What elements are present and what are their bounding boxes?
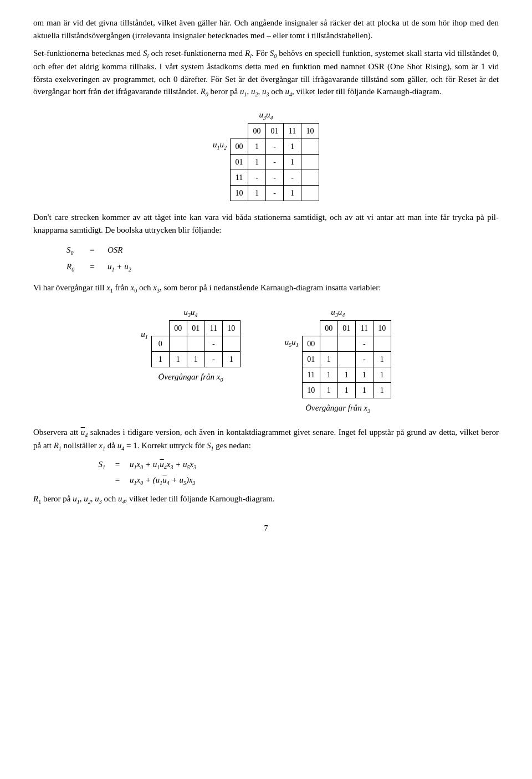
karnaugh3-col-11: 11 xyxy=(355,321,373,336)
paragraph6: R1 beror på u1, u2, u3 och u4, vilket le… xyxy=(33,493,499,506)
karnaugh1-table: 00 01 11 10 00 1 - 1 01 1 xyxy=(230,123,319,201)
karnaugh1-row-11: 11 xyxy=(231,170,248,186)
karnaugh2-col-11: 11 xyxy=(204,321,222,336)
karnaugh1-cell-01-01: - xyxy=(266,155,284,170)
karnaugh3-col-01: 01 xyxy=(337,321,355,336)
p2-b: och reset-funktionerna med xyxy=(149,49,245,58)
paragraph4: Vi har övergångar till x1 från x0 och x3… xyxy=(33,281,499,295)
karnaugh3-cell-01-10: 1 xyxy=(373,352,391,367)
karnaugh2-inner: u1 00 01 11 10 0 - xyxy=(141,320,241,367)
formula-row-2: = u1x0 + (u1u4 + u5)x3 xyxy=(78,474,499,487)
boolean-equations: S0 = OSR R0 = u1 + u2 xyxy=(66,244,499,274)
page-number: 7 xyxy=(33,522,499,534)
karnaugh1-col-00: 00 xyxy=(248,124,266,139)
karnaugh-block-1: u3u4 u1u2 00 01 11 10 00 1 - 1 xyxy=(213,109,319,201)
karnaugh1-top-label: u3u4 xyxy=(259,109,273,122)
formula1-eq: = xyxy=(112,458,123,471)
paragraph3: Don't care strecken kommer av att tåget … xyxy=(33,211,499,236)
karnaugh3-cell-10-11: 1 xyxy=(355,383,373,398)
karnaugh1-cell-00-01: - xyxy=(266,139,284,155)
karnaugh1-cell-01-11: 1 xyxy=(284,155,301,170)
karnaugh3-cell-01-11: - xyxy=(355,352,373,367)
bool-eq-1: S0 = OSR xyxy=(66,244,499,257)
karnaugh3-cell-10-01: 1 xyxy=(337,383,355,398)
karnaugh1-cell-10-11: 1 xyxy=(284,186,301,201)
karnaugh3-cell-00-01 xyxy=(337,336,355,352)
karnaugh3-cell-00-11: - xyxy=(355,336,373,352)
karnaugh2-col-10: 10 xyxy=(222,321,240,336)
karnaugh2-cell-1-10: 1 xyxy=(222,352,240,367)
karnaugh2-col-00: 00 xyxy=(169,321,187,336)
karnaugh1-inner: u1u2 00 01 11 10 00 1 - 1 xyxy=(213,123,319,201)
karnaugh2-table: 00 01 11 10 0 - 1 1 1 xyxy=(151,320,241,367)
karnaugh-diagram-1: u3u4 u1u2 00 01 11 10 00 1 - 1 xyxy=(33,109,499,201)
karnaugh2-cell-1-11: - xyxy=(204,352,222,367)
karnaugh1-cell-00-00: 1 xyxy=(248,139,266,155)
karnaugh3-cell-11-11: 1 xyxy=(355,367,373,383)
karnaugh1-row-01: 01 xyxy=(231,155,248,170)
bool-eq2-rhs: u1 + u2 xyxy=(108,260,131,274)
bool-eq1-eq: = xyxy=(90,244,101,257)
karnaugh3-table: 00 01 11 10 00 - 01 1 xyxy=(302,320,391,398)
formula1-rhs: u1x0 + u1u4x3 + u5x3 xyxy=(130,458,196,472)
karnaugh1-col-10: 10 xyxy=(301,124,319,139)
karnaugh1-cell-01-00: 1 xyxy=(248,155,266,170)
karnaugh3-left-label: u5u1 xyxy=(285,336,299,349)
karnaugh2-top-label: u3u4 xyxy=(184,306,198,319)
bool-eq1-lhs: S0 xyxy=(66,244,83,257)
karnaugh2-cell-1-00: 1 xyxy=(169,352,187,367)
karnaugh2-corner xyxy=(151,321,169,336)
karnaugh2-caption: Övergångar från x0 xyxy=(158,371,223,384)
karnaugh3-col-00: 00 xyxy=(320,321,337,336)
karnaugh1-cell-11-11: - xyxy=(284,170,301,186)
formula2-rhs: u1x0 + (u1u4 + u5)x3 xyxy=(130,474,196,487)
karnaugh3-cell-11-01: 1 xyxy=(337,367,355,383)
karnaugh3-cell-10-10: 1 xyxy=(373,383,391,398)
two-karnaugh-row: u3u4 u1 00 01 11 10 0 - xyxy=(33,306,499,415)
karnaugh2-cell-1-01: 1 xyxy=(187,352,204,367)
formula-row-1: S1 = u1x0 + u1u4x3 + u5x3 xyxy=(78,458,499,472)
karnaugh3-row-00: 00 xyxy=(302,336,320,352)
formula1-lhs: S1 xyxy=(78,458,105,472)
karnaugh1-col-11: 11 xyxy=(284,124,301,139)
p2-Si: Si xyxy=(143,49,149,58)
paragraph1: om man är vid det givna tillståndet, vil… xyxy=(33,17,499,42)
karnaugh2-cell-0-11: - xyxy=(204,336,222,352)
karnaugh3-cell-00-00 xyxy=(320,336,337,352)
karnaugh2-cell-0-00 xyxy=(169,336,187,352)
karnaugh3-cell-10-00: 1 xyxy=(320,383,337,398)
karnaugh2-cell-0-10 xyxy=(222,336,240,352)
karnaugh1-cell-11-00: - xyxy=(248,170,266,186)
karnaugh-block-2: u3u4 u1 00 01 11 10 0 - xyxy=(141,306,241,384)
karnaugh3-cell-01-01 xyxy=(337,352,355,367)
karnaugh3-row-11: 11 xyxy=(302,367,320,383)
p2-a: Set-funktionerna betecknas med xyxy=(33,49,143,58)
karnaugh3-top-label: u3u4 xyxy=(331,306,345,319)
p2-Ri: Ri xyxy=(245,49,252,58)
bool-eq1-rhs: OSR xyxy=(108,244,123,257)
bool-eq-2: R0 = u1 + u2 xyxy=(66,260,499,274)
karnaugh2-col-01: 01 xyxy=(187,321,204,336)
karnaugh1-left-label: u1u2 xyxy=(213,139,227,152)
karnaugh1-cell-00-10 xyxy=(301,139,319,155)
karnaugh3-cell-00-10 xyxy=(373,336,391,352)
karnaugh1-corner xyxy=(231,124,248,139)
karnaugh1-row-10: 10 xyxy=(231,186,248,201)
bool-eq2-eq: = xyxy=(90,260,101,273)
karnaugh3-caption: Övergångar från x3 xyxy=(305,402,370,415)
karnaugh-block-3: u3u4 u5u1 00 01 11 10 00 - xyxy=(285,306,391,415)
paragraph2: Set-funktionerna betecknas med Si och re… xyxy=(33,47,499,99)
karnaugh3-row-10: 10 xyxy=(302,383,320,398)
formula-lines: S1 = u1x0 + u1u4x3 + u5x3 = u1x0 + (u1u4… xyxy=(78,458,499,487)
karnaugh2-row-0: 0 xyxy=(151,336,169,352)
karnaugh1-row-00: 00 xyxy=(231,139,248,155)
karnaugh1-cell-10-01: - xyxy=(266,186,284,201)
karnaugh1-cell-11-01: - xyxy=(266,170,284,186)
karnaugh1-cell-10-10 xyxy=(301,186,319,201)
bool-eq2-lhs: R0 xyxy=(66,260,83,274)
karnaugh2-row-1: 1 xyxy=(151,352,169,367)
karnaugh2-cell-0-01 xyxy=(187,336,204,352)
paragraph5: Observera att u4 saknades i tidigare ver… xyxy=(33,426,499,453)
karnaugh3-corner xyxy=(302,321,320,336)
karnaugh3-cell-01-00: 1 xyxy=(320,352,337,367)
